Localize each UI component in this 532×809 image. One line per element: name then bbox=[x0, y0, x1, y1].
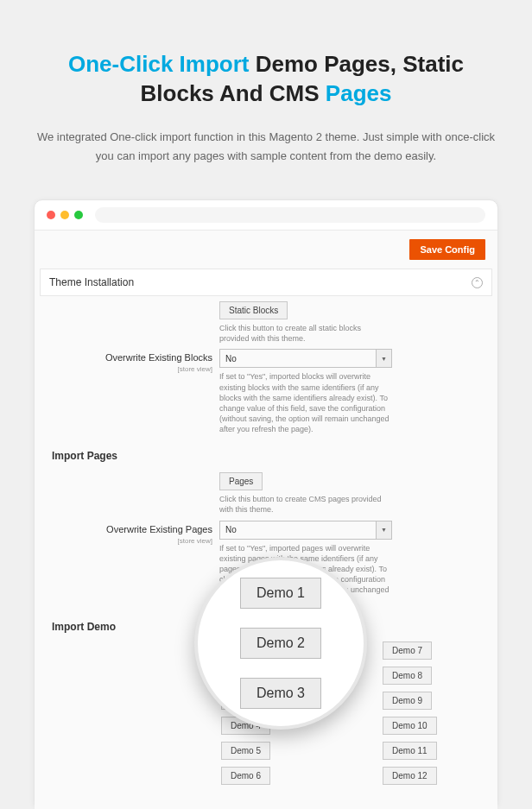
overwrite-pages-value: No bbox=[220, 521, 376, 539]
demo-button[interactable]: Demo 12 bbox=[383, 767, 437, 785]
demo-button[interactable]: Demo 5 bbox=[221, 742, 270, 760]
demo-button-zoom[interactable]: Demo 3 bbox=[240, 678, 321, 709]
static-blocks-button[interactable]: Static Blocks bbox=[219, 301, 288, 319]
overwrite-blocks-scope: [store view] bbox=[40, 365, 212, 373]
overwrite-blocks-help: If set to "Yes", imported blocks will ov… bbox=[219, 371, 392, 434]
demo-button-zoom[interactable]: Demo 1 bbox=[240, 578, 321, 609]
page-subtitle: We integrated One-click import function … bbox=[29, 128, 503, 167]
demo-button[interactable]: Demo 9 bbox=[383, 692, 432, 710]
overwrite-pages-scope: [store view] bbox=[40, 537, 212, 545]
static-blocks-help: Click this button to create all static b… bbox=[219, 323, 392, 344]
chevron-down-icon: ▼ bbox=[376, 350, 391, 367]
demo-button[interactable]: Demo 8 bbox=[383, 667, 432, 685]
demo-button[interactable]: Demo 7 bbox=[383, 642, 432, 660]
overwrite-blocks-select[interactable]: No ▼ bbox=[219, 349, 392, 368]
chevron-up-icon[interactable]: ⌃ bbox=[472, 277, 483, 288]
pages-button[interactable]: Pages bbox=[219, 472, 263, 490]
chevron-down-icon: ▼ bbox=[376, 521, 391, 539]
title-accent2: Pages bbox=[326, 80, 392, 106]
window-controls bbox=[47, 211, 83, 219]
url-bar[interactable] bbox=[95, 207, 485, 223]
close-icon[interactable] bbox=[47, 211, 55, 219]
overwrite-pages-select[interactable]: No ▼ bbox=[219, 521, 392, 540]
maximize-icon[interactable] bbox=[74, 211, 83, 219]
demo-button[interactable]: Demo 6 bbox=[221, 767, 270, 785]
title-accent: One-Click Import bbox=[68, 51, 249, 77]
section-theme-installation[interactable]: Theme Installation ⌃ bbox=[40, 269, 492, 296]
save-config-button[interactable]: Save Config bbox=[409, 239, 485, 260]
minimize-icon[interactable] bbox=[60, 211, 69, 219]
page-title: One-Click Import Demo Pages, Static Bloc… bbox=[29, 50, 503, 109]
overwrite-pages-label: Overwrite Existing Pages bbox=[106, 524, 212, 534]
demo-button[interactable]: Demo 11 bbox=[383, 742, 437, 760]
demo-button[interactable]: Demo 10 bbox=[383, 717, 437, 735]
section-title: Theme Installation bbox=[49, 276, 134, 288]
pages-help: Click this button to create CMS pages pr… bbox=[219, 494, 392, 515]
overwrite-blocks-value: No bbox=[220, 350, 376, 367]
browser-bar bbox=[35, 200, 497, 230]
demo-button-zoom[interactable]: Demo 2 bbox=[240, 628, 321, 659]
overwrite-blocks-label: Overwrite Existing Blocks bbox=[105, 352, 212, 363]
section-import-pages: Import Pages bbox=[40, 434, 492, 467]
magnifier-overlay: Demo 1 Demo 2 Demo 3 bbox=[194, 557, 367, 730]
